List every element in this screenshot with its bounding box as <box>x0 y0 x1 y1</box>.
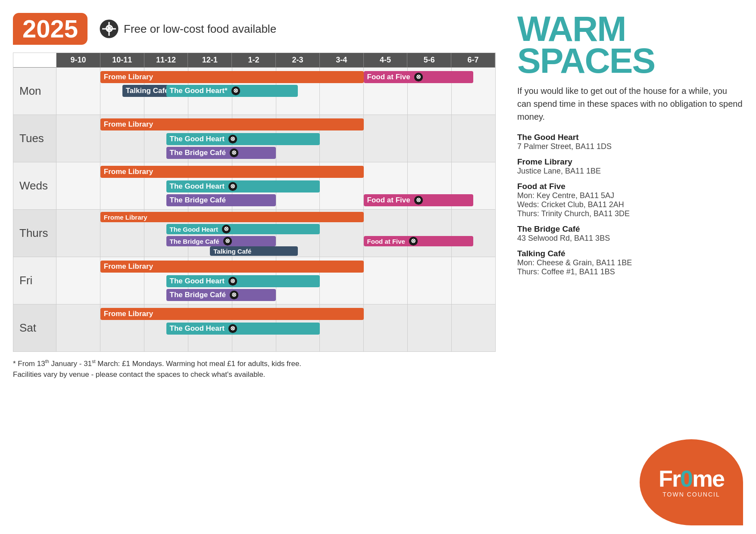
food-icon: ⊗ <box>408 236 419 247</box>
day-cells: Frome LibraryTalking CaféThe Good Heart*… <box>56 68 495 115</box>
warm-spaces-title: WARM SPACES <box>517 13 743 77</box>
venue-name: Food at Five <box>517 182 743 191</box>
frome-logo-circle: Fr0me TOWN COUNCIL <box>640 439 743 525</box>
food-icon: ⊗ <box>227 134 238 145</box>
schedule-bar: Food at Five ⊗ <box>364 71 474 83</box>
day-cells: Frome LibraryThe Good Heart ⊗ The Bridge… <box>56 257 495 304</box>
schedule-bar: The Good Heart ⊗ <box>166 180 320 192</box>
day-label: Weds <box>13 162 56 210</box>
right-description: If you would like to get out of the hous… <box>517 84 743 123</box>
col-header: 10-11 <box>100 53 144 68</box>
col-header: 5-6 <box>407 53 451 68</box>
schedule-bar: The Bridge Café ⊗ <box>166 147 276 159</box>
schedule-bar: Frome Library <box>100 261 364 273</box>
col-header: 11-12 <box>144 53 188 68</box>
left-panel: 2025 ⊗ Free or low-cost food available 9… <box>0 0 509 534</box>
schedule-bar: The Good Heart ⊗ <box>166 275 320 287</box>
food-icon: ⊗ <box>413 71 424 83</box>
schedule-bar: The Bridge Café <box>166 194 276 206</box>
food-icon: ⊗ <box>228 147 240 158</box>
schedule-bar: The Good Heart* ⊗ <box>166 85 298 97</box>
food-icon: ⊗ <box>228 289 240 301</box>
free-food-label: Free or low-cost food available <box>124 22 276 36</box>
food-icon: ⊗ <box>230 85 241 96</box>
day-cells: Frome LibraryThe Good Heart ⊗ The Bridge… <box>56 115 495 162</box>
venue-address: 7 Palmer Street, BA11 1DS <box>517 142 743 151</box>
footnote-line1: * From 13th January - 31st March: £1 Mon… <box>13 358 496 369</box>
schedule-bar: Frome Library <box>100 166 364 178</box>
town-council-label: TOWN COUNCIL <box>662 491 720 498</box>
venue-entry: The Good Heart7 Palmer Street, BA11 1DS <box>517 133 743 151</box>
svg-text:⊗: ⊗ <box>230 278 235 284</box>
footer-note: * From 13th January - 31st March: £1 Mon… <box>13 358 496 380</box>
food-icon: ⊗ <box>227 181 238 192</box>
venue-entry: Talking CaféMon: Cheese & Grain, BA11 1B… <box>517 249 743 276</box>
svg-text:⊗: ⊗ <box>230 325 235 332</box>
col-header: 1-2 <box>232 53 276 68</box>
day-label: Sat <box>13 304 56 352</box>
svg-text:⊗: ⊗ <box>233 87 238 94</box>
col-header: 6-7 <box>451 53 495 68</box>
schedule-bar: The Bridge Café ⊗ <box>166 236 276 246</box>
food-icon: ⊗ <box>222 236 233 247</box>
svg-text:⊗: ⊗ <box>230 183 235 189</box>
day-cells: Frome LibraryThe Good Heart ⊗ The Bridge… <box>56 210 495 257</box>
col-header: 2-3 <box>276 53 320 68</box>
svg-text:⊗: ⊗ <box>411 238 416 244</box>
col-header: 4-5 <box>364 53 408 68</box>
schedule-bar: Frome Library <box>100 71 364 83</box>
col-header: 12-1 <box>188 53 232 68</box>
venue-entry: Food at FiveMon: Key Centre, BA11 5AJ We… <box>517 182 743 218</box>
venue-name: The Bridge Café <box>517 224 743 234</box>
venue-address: Mon: Key Centre, BA11 5AJ Weds: Cricket … <box>517 191 743 218</box>
venue-entry: Frome LibraryJustice Lane, BA11 1BE <box>517 157 743 176</box>
svg-text:⊗: ⊗ <box>105 22 113 34</box>
venue-name: Talking Café <box>517 249 743 258</box>
venue-name: The Good Heart <box>517 133 743 142</box>
svg-text:⊗: ⊗ <box>230 136 235 142</box>
free-food-icon: ⊗ <box>100 19 119 38</box>
svg-text:⊗: ⊗ <box>416 74 421 80</box>
frome-logo: Fr0me TOWN COUNCIL <box>517 439 743 525</box>
day-label: Thurs <box>13 210 56 257</box>
frome-logo-text: Fr0me <box>659 467 724 490</box>
venue-address: Mon: Cheese & Grain, BA11 1BE Thurs: Cof… <box>517 258 743 276</box>
food-icon: ⊗ <box>221 224 232 235</box>
schedule-bar: Frome Library <box>100 212 364 222</box>
food-icon: ⊗ <box>227 323 238 334</box>
right-panel: WARM SPACES If you would like to get out… <box>509 0 756 534</box>
svg-text:⊗: ⊗ <box>231 149 237 156</box>
day-label: Tues <box>13 115 56 162</box>
food-icon: ⊗ <box>413 195 424 206</box>
day-cells: Frome LibraryThe Good Heart ⊗ The Bridge… <box>56 162 495 210</box>
schedule-bar: Food at Five ⊗ <box>364 236 474 246</box>
day-label: Mon <box>13 68 56 115</box>
venue-name: Frome Library <box>517 157 743 167</box>
venue-list: The Good Heart7 Palmer Street, BA11 1DSF… <box>517 133 743 283</box>
svg-text:⊗: ⊗ <box>231 292 237 298</box>
schedule-bar: Frome Library <box>100 118 364 130</box>
col-header: 9-10 <box>56 53 100 68</box>
schedule-bar: Food at Five ⊗ <box>364 194 474 206</box>
day-cells: Frome LibraryThe Good Heart ⊗ <box>56 304 495 352</box>
schedule-bar: Talking Café <box>210 246 298 256</box>
col-header: 3-4 <box>320 53 364 68</box>
venue-address: Justice Lane, BA11 1BE <box>517 167 743 176</box>
svg-text:⊗: ⊗ <box>225 238 230 244</box>
day-label: Fri <box>13 257 56 304</box>
schedule-grid: 9-1010-1111-1212-11-22-33-44-55-66-7MonF… <box>13 53 496 352</box>
food-icon: ⊗ <box>227 276 238 287</box>
year-badge: 2025 <box>13 13 87 45</box>
svg-text:⊗: ⊗ <box>224 226 229 232</box>
svg-text:⊗: ⊗ <box>416 197 421 203</box>
header: 2025 ⊗ Free or low-cost food available <box>13 13 496 45</box>
footnote-line2: Facilities vary by venue - please contac… <box>13 369 496 380</box>
venue-entry: The Bridge Café43 Selwood Rd, BA11 3BS <box>517 224 743 243</box>
venue-address: 43 Selwood Rd, BA11 3BS <box>517 234 743 243</box>
schedule-bar: The Good Heart ⊗ <box>166 133 320 145</box>
schedule-bar: The Bridge Café ⊗ <box>166 289 276 301</box>
schedule-bar: The Good Heart ⊗ <box>166 224 320 234</box>
schedule-bar: Frome Library <box>100 308 364 320</box>
schedule-bar: The Good Heart ⊗ <box>166 323 320 335</box>
